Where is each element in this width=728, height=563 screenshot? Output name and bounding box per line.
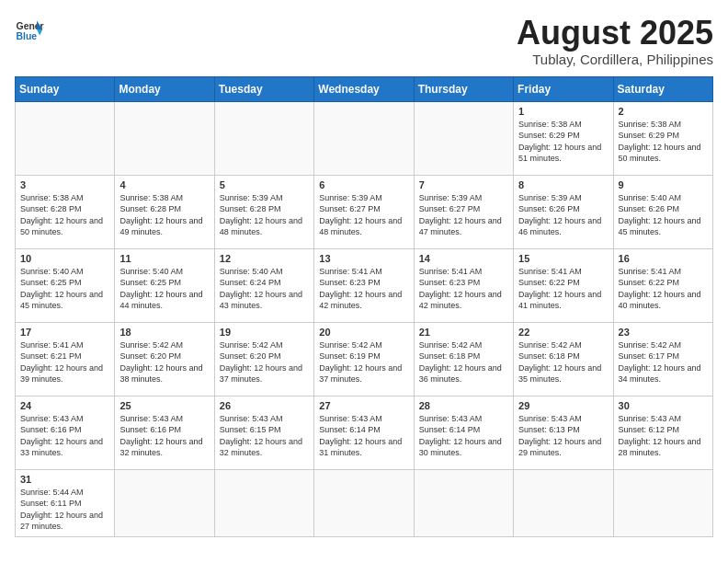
day-info: Sunrise: 5:43 AM Sunset: 6:15 PM Dayligh… (220, 413, 309, 459)
calendar-week-row: 10Sunrise: 5:40 AM Sunset: 6:25 PM Dayli… (16, 248, 713, 322)
weekday-header: Wednesday (314, 76, 414, 101)
day-info: Sunrise: 5:41 AM Sunset: 6:23 PM Dayligh… (419, 266, 508, 312)
page-title: August 2025 (517, 15, 713, 52)
day-info: Sunrise: 5:41 AM Sunset: 6:23 PM Dayligh… (319, 266, 408, 312)
day-number: 24 (20, 400, 109, 411)
day-info: Sunrise: 5:42 AM Sunset: 6:20 PM Dayligh… (220, 339, 309, 385)
calendar-cell: 21Sunrise: 5:42 AM Sunset: 6:18 PM Dayli… (414, 322, 513, 396)
calendar-cell: 2Sunrise: 5:38 AM Sunset: 6:29 PM Daylig… (613, 101, 712, 175)
day-info: Sunrise: 5:40 AM Sunset: 6:25 PM Dayligh… (20, 266, 109, 312)
weekday-header: Monday (115, 76, 214, 101)
calendar-cell: 15Sunrise: 5:41 AM Sunset: 6:22 PM Dayli… (514, 248, 613, 322)
day-info: Sunrise: 5:43 AM Sunset: 6:12 PM Dayligh… (619, 413, 708, 459)
day-number: 16 (619, 253, 708, 264)
day-info: Sunrise: 5:40 AM Sunset: 6:26 PM Dayligh… (619, 192, 708, 238)
day-info: Sunrise: 5:41 AM Sunset: 6:21 PM Dayligh… (20, 339, 109, 385)
day-info: Sunrise: 5:41 AM Sunset: 6:22 PM Dayligh… (518, 266, 608, 312)
day-info: Sunrise: 5:43 AM Sunset: 6:16 PM Dayligh… (119, 413, 209, 459)
weekday-header: Thursday (414, 76, 513, 101)
calendar-cell (414, 469, 513, 536)
calendar-cell: 29Sunrise: 5:43 AM Sunset: 6:13 PM Dayli… (514, 396, 613, 469)
calendar-cell: 22Sunrise: 5:42 AM Sunset: 6:18 PM Dayli… (514, 322, 613, 396)
day-info: Sunrise: 5:38 AM Sunset: 6:28 PM Dayligh… (119, 192, 209, 238)
page-header: General Blue August 2025 Tublay, Cordill… (15, 15, 713, 67)
day-info: Sunrise: 5:39 AM Sunset: 6:27 PM Dayligh… (319, 192, 408, 238)
day-number: 1 (518, 106, 608, 117)
day-number: 12 (220, 253, 309, 264)
day-number: 3 (20, 179, 109, 190)
day-info: Sunrise: 5:40 AM Sunset: 6:24 PM Dayligh… (220, 266, 309, 312)
calendar-cell: 25Sunrise: 5:43 AM Sunset: 6:16 PM Dayli… (115, 396, 214, 469)
day-number: 30 (619, 400, 708, 411)
day-info: Sunrise: 5:43 AM Sunset: 6:14 PM Dayligh… (319, 413, 408, 459)
day-number: 21 (419, 327, 508, 338)
logo: General Blue (15, 15, 44, 44)
day-number: 22 (518, 327, 608, 338)
calendar-cell (16, 101, 115, 175)
calendar-cell: 5Sunrise: 5:39 AM Sunset: 6:28 PM Daylig… (214, 175, 313, 248)
page-subtitle: Tublay, Cordillera, Philippines (517, 52, 713, 67)
day-number: 28 (419, 400, 508, 411)
logo-icon: General Blue (15, 15, 44, 44)
calendar-week-row: 31Sunrise: 5:44 AM Sunset: 6:11 PM Dayli… (16, 469, 713, 536)
day-info: Sunrise: 5:38 AM Sunset: 6:29 PM Dayligh… (619, 119, 708, 165)
day-info: Sunrise: 5:41 AM Sunset: 6:22 PM Dayligh… (619, 266, 708, 312)
calendar-cell (414, 101, 513, 175)
day-info: Sunrise: 5:39 AM Sunset: 6:27 PM Dayligh… (419, 192, 508, 238)
day-number: 26 (220, 400, 309, 411)
calendar-cell: 18Sunrise: 5:42 AM Sunset: 6:20 PM Dayli… (115, 322, 214, 396)
day-number: 29 (518, 400, 608, 411)
day-number: 6 (319, 179, 408, 190)
calendar-cell: 9Sunrise: 5:40 AM Sunset: 6:26 PM Daylig… (613, 175, 712, 248)
calendar-cell: 19Sunrise: 5:42 AM Sunset: 6:20 PM Dayli… (214, 322, 313, 396)
calendar-cell (214, 101, 313, 175)
day-info: Sunrise: 5:42 AM Sunset: 6:20 PM Dayligh… (119, 339, 209, 385)
day-number: 27 (319, 400, 408, 411)
day-info: Sunrise: 5:42 AM Sunset: 6:17 PM Dayligh… (619, 339, 708, 385)
day-number: 25 (119, 400, 209, 411)
day-info: Sunrise: 5:42 AM Sunset: 6:19 PM Dayligh… (319, 339, 408, 385)
day-number: 10 (20, 253, 109, 264)
day-info: Sunrise: 5:40 AM Sunset: 6:25 PM Dayligh… (119, 266, 209, 312)
day-number: 4 (119, 179, 209, 190)
day-info: Sunrise: 5:38 AM Sunset: 6:28 PM Dayligh… (20, 192, 109, 238)
calendar-cell: 7Sunrise: 5:39 AM Sunset: 6:27 PM Daylig… (414, 175, 513, 248)
calendar-cell (314, 101, 414, 175)
day-number: 18 (119, 327, 209, 338)
calendar-week-row: 17Sunrise: 5:41 AM Sunset: 6:21 PM Dayli… (16, 322, 713, 396)
day-number: 17 (20, 327, 109, 338)
day-info: Sunrise: 5:43 AM Sunset: 6:13 PM Dayligh… (518, 413, 608, 459)
calendar-table: SundayMondayTuesdayWednesdayThursdayFrid… (15, 76, 713, 537)
calendar-cell: 30Sunrise: 5:43 AM Sunset: 6:12 PM Dayli… (613, 396, 712, 469)
day-number: 20 (319, 327, 408, 338)
calendar-cell (115, 469, 214, 536)
day-number: 19 (220, 327, 309, 338)
calendar-cell: 16Sunrise: 5:41 AM Sunset: 6:22 PM Dayli… (613, 248, 712, 322)
day-number: 31 (20, 474, 109, 485)
calendar-cell: 10Sunrise: 5:40 AM Sunset: 6:25 PM Dayli… (16, 248, 115, 322)
calendar-cell: 27Sunrise: 5:43 AM Sunset: 6:14 PM Dayli… (314, 396, 414, 469)
day-number: 5 (220, 179, 309, 190)
day-number: 14 (419, 253, 508, 264)
day-number: 8 (518, 179, 608, 190)
day-info: Sunrise: 5:38 AM Sunset: 6:29 PM Dayligh… (518, 119, 608, 165)
weekday-header: Tuesday (214, 76, 313, 101)
calendar-cell: 26Sunrise: 5:43 AM Sunset: 6:15 PM Dayli… (214, 396, 313, 469)
day-info: Sunrise: 5:39 AM Sunset: 6:28 PM Dayligh… (220, 192, 309, 238)
calendar-cell (613, 469, 712, 536)
day-number: 23 (619, 327, 708, 338)
svg-text:Blue: Blue (17, 31, 38, 41)
calendar-week-row: 24Sunrise: 5:43 AM Sunset: 6:16 PM Dayli… (16, 396, 713, 469)
day-number: 7 (419, 179, 508, 190)
calendar-cell (314, 469, 414, 536)
title-block: August 2025 Tublay, Cordillera, Philippi… (517, 15, 713, 67)
weekday-header: Saturday (613, 76, 712, 101)
calendar-cell: 20Sunrise: 5:42 AM Sunset: 6:19 PM Dayli… (314, 322, 414, 396)
day-info: Sunrise: 5:42 AM Sunset: 6:18 PM Dayligh… (419, 339, 508, 385)
calendar-cell: 8Sunrise: 5:39 AM Sunset: 6:26 PM Daylig… (514, 175, 613, 248)
day-number: 2 (619, 106, 708, 117)
day-number: 9 (619, 179, 708, 190)
calendar-cell: 31Sunrise: 5:44 AM Sunset: 6:11 PM Dayli… (16, 469, 115, 536)
day-number: 11 (119, 253, 209, 264)
calendar-cell: 14Sunrise: 5:41 AM Sunset: 6:23 PM Dayli… (414, 248, 513, 322)
